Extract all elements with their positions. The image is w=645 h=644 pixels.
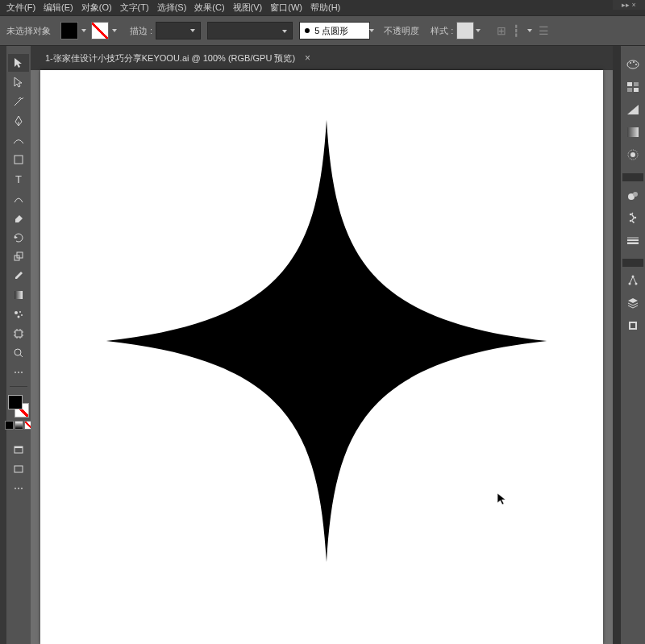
brush-definition-field[interactable]: 5 点圆形 xyxy=(299,22,370,39)
color-guide-panel-icon[interactable] xyxy=(622,101,643,118)
menu-help[interactable]: 帮助(H) xyxy=(310,2,340,14)
menu-view[interactable]: 视图(V) xyxy=(233,2,263,14)
pen-tool[interactable] xyxy=(8,112,29,130)
svg-point-16 xyxy=(633,61,635,63)
gradient-tool[interactable] xyxy=(8,286,29,304)
scale-tool[interactable] xyxy=(8,247,29,265)
svg-point-7 xyxy=(21,314,23,316)
rectangle-tool[interactable] xyxy=(8,151,29,168)
variable-width-profile[interactable] xyxy=(207,22,293,39)
align-icon[interactable]: ⊞ xyxy=(497,24,506,37)
workspace: T ⋯ ⋯ 1-张家佳设计小技巧分享KEYOOU.ai @ 100% (RGB/… xyxy=(0,46,645,644)
svg-point-6 xyxy=(19,311,21,313)
libraries-panel-icon[interactable] xyxy=(622,317,643,334)
menu-text[interactable]: 文字(T) xyxy=(120,2,149,14)
width-profile-dropdown-icon[interactable] xyxy=(282,30,287,33)
color-mode-color[interactable] xyxy=(5,421,14,430)
svg-rect-19 xyxy=(634,82,639,86)
distribute-icon[interactable]: ┇ xyxy=(513,24,519,37)
document-title: 1-张家佳设计小技巧分享KEYOOU.ai @ 100% (RGB/GPU 预览… xyxy=(45,52,295,64)
opacity-label[interactable]: 不透明度 xyxy=(384,25,419,37)
align-dropdown-icon[interactable] xyxy=(527,29,532,32)
panel-group-divider-1 xyxy=(622,173,643,181)
stroke-weight-field[interactable] xyxy=(156,22,201,39)
edit-toolbar-icon[interactable]: ⋯ xyxy=(8,364,29,381)
color-panel-icon[interactable] xyxy=(622,56,643,73)
artboard-tool[interactable] xyxy=(8,325,29,343)
menu-edit[interactable]: 编辑(E) xyxy=(44,2,73,14)
svg-point-24 xyxy=(630,152,635,157)
type-tool[interactable]: T xyxy=(8,170,29,188)
selection-status: 未选择对象 xyxy=(6,25,51,37)
brush-dropdown-icon[interactable] xyxy=(369,29,374,32)
svg-rect-18 xyxy=(627,82,632,86)
eyedropper-tool[interactable] xyxy=(8,267,29,285)
brush-dot-icon xyxy=(305,28,310,33)
svg-rect-37 xyxy=(630,323,635,328)
brush-name: 5 点圆形 xyxy=(314,25,348,37)
menu-file[interactable]: 文件(F) xyxy=(6,2,35,14)
selection-tool[interactable] xyxy=(8,54,29,72)
magic-wand-tool[interactable] xyxy=(8,93,29,110)
svg-point-35 xyxy=(635,283,638,285)
menu-window[interactable]: 窗口(W) xyxy=(270,2,302,14)
document-tab[interactable]: 1-张家佳设计小技巧分享KEYOOU.ai @ 100% (RGB/GPU 预览… xyxy=(31,46,613,70)
style-dropdown-icon[interactable] xyxy=(476,29,481,32)
artboard-canvas[interactable] xyxy=(40,70,603,644)
stroke-label: 描边 : xyxy=(130,25,152,37)
style-swatch[interactable] xyxy=(456,22,474,39)
screen-mode-full[interactable] xyxy=(8,460,29,478)
stroke-swatch-none[interactable] xyxy=(91,22,109,39)
svg-rect-13 xyxy=(15,466,23,472)
toolbar: T ⋯ ⋯ xyxy=(6,46,31,644)
svg-point-15 xyxy=(630,62,631,64)
svg-point-34 xyxy=(629,283,631,285)
menu-bar: 文件(F) 编辑(E) 对象(O) 文字(T) 选择(S) 效果(C) 视图(V… xyxy=(0,0,645,15)
star-shape[interactable] xyxy=(40,70,603,644)
color-mode-gradient[interactable] xyxy=(15,421,23,430)
svg-point-26 xyxy=(633,192,638,197)
fill-swatch[interactable] xyxy=(60,22,78,39)
curvature-tool[interactable] xyxy=(8,131,29,149)
svg-rect-4 xyxy=(15,291,23,299)
panel-collapse-icon[interactable]: ▸▸ × xyxy=(613,0,645,10)
stroke-weight-dropdown-icon[interactable] xyxy=(190,29,195,32)
svg-point-33 xyxy=(632,276,635,278)
left-edge xyxy=(0,46,6,644)
svg-point-27 xyxy=(630,214,631,215)
gradient-panel-icon[interactable] xyxy=(622,123,643,141)
svg-point-8 xyxy=(18,316,20,318)
svg-point-29 xyxy=(630,220,631,222)
fill-indicator[interactable] xyxy=(8,395,23,409)
stroke-panel-icon[interactable] xyxy=(622,231,643,249)
line-tool[interactable] xyxy=(8,189,29,207)
rotate-tool[interactable] xyxy=(8,228,29,246)
menu-select[interactable]: 选择(S) xyxy=(157,2,187,14)
svg-rect-12 xyxy=(15,447,23,448)
menu-object[interactable]: 对象(O) xyxy=(81,2,112,14)
menu-effect[interactable]: 效果(C) xyxy=(194,2,224,14)
more-options-icon[interactable]: ☰ xyxy=(539,24,549,37)
graphic-styles-panel-icon[interactable] xyxy=(622,272,643,289)
eraser-tool[interactable] xyxy=(8,209,29,226)
fill-dropdown-icon[interactable] xyxy=(81,29,86,32)
edit-toolbar-dots[interactable]: ⋯ xyxy=(8,480,29,497)
symbols-panel-icon[interactable] xyxy=(622,209,643,226)
svg-rect-22 xyxy=(627,127,639,137)
svg-point-17 xyxy=(635,64,637,65)
right-panel-dock: ▸▸ × xyxy=(621,46,645,644)
zoom-tool[interactable] xyxy=(8,344,29,362)
tool-divider xyxy=(10,386,27,387)
svg-rect-20 xyxy=(627,88,632,92)
control-bar: 未选择对象 描边 : 5 点圆形 不透明度 样式 : ⊞ ┇ ☰ xyxy=(0,15,645,46)
layers-panel-icon[interactable] xyxy=(622,294,643,312)
direct-selection-tool[interactable] xyxy=(8,73,29,91)
brushes-panel-icon[interactable] xyxy=(622,186,643,204)
appearance-panel-icon[interactable] xyxy=(622,146,643,164)
stroke-dropdown-icon[interactable] xyxy=(112,29,117,32)
screen-mode-normal[interactable] xyxy=(8,441,29,459)
fill-stroke-indicator[interactable] xyxy=(8,395,29,418)
close-tab-icon[interactable]: × xyxy=(305,52,310,64)
symbol-sprayer-tool[interactable] xyxy=(8,305,29,323)
swatches-panel-icon[interactable] xyxy=(622,78,643,96)
